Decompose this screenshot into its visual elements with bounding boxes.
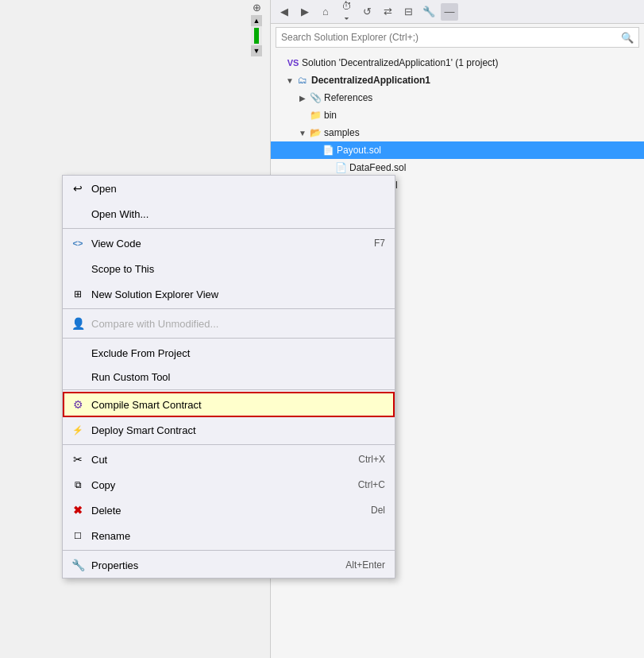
- forward-button[interactable]: ▶: [296, 3, 314, 21]
- payout-sol-label: Payout.sol: [337, 145, 381, 156]
- compile-icon: ⚙: [69, 396, 87, 413]
- separator-5: [63, 444, 395, 445]
- menu-item-compile-smart-contract[interactable]: ⚙ Compile Smart Contract: [63, 392, 395, 417]
- view-code-icon: <>: [69, 234, 87, 252]
- properties-shortcut: Alt+Enter: [345, 559, 385, 571]
- scroll-down-arrow[interactable]: ▼: [251, 45, 262, 56]
- run-custom-icon: [69, 368, 87, 385]
- minus-button[interactable]: —: [441, 3, 458, 21]
- open-label: Open: [91, 183, 385, 195]
- separator-2: [63, 308, 395, 309]
- tree-item-references[interactable]: 📎 References: [271, 89, 644, 106]
- separator-1: [63, 228, 395, 229]
- tree-item-bin[interactable]: 📁 bin: [271, 106, 644, 124]
- scroll-thumb: [254, 28, 259, 44]
- menu-item-exclude[interactable]: Exclude From Project: [63, 340, 395, 366]
- se-search-bar[interactable]: 🔍: [276, 27, 639, 48]
- menu-item-cut[interactable]: ✂ Cut Ctrl+X: [63, 447, 395, 472]
- separator-6: [63, 550, 395, 551]
- scroll-up-arrow[interactable]: ▲: [251, 15, 262, 26]
- sync-button[interactable]: ⇄: [379, 3, 396, 21]
- tree-item-samples[interactable]: 📂 samples: [271, 124, 644, 141]
- expand-arrow-samples: [296, 126, 309, 139]
- tree-item-solution[interactable]: VS Solution 'DecentralizedApplication1' …: [271, 54, 644, 72]
- open-with-label: Open With...: [91, 208, 385, 220]
- rename-label: Rename: [91, 530, 385, 542]
- refresh-button[interactable]: ↺: [358, 3, 376, 21]
- cut-shortcut: Ctrl+X: [358, 454, 385, 465]
- new-se-view-label: New Solution Explorer View: [91, 288, 385, 300]
- scope-icon: [69, 260, 87, 277]
- properties-label: Properties: [91, 559, 330, 571]
- deploy-icon: ⚡: [69, 421, 87, 439]
- copy-shortcut: Ctrl+C: [358, 479, 385, 490]
- tree-item-datafeed-sol[interactable]: 📄 DataFeed.sol: [271, 159, 644, 176]
- separator-4: [63, 389, 395, 390]
- expand-arrow-references: [296, 91, 309, 104]
- pin-icon[interactable]: ⊕: [249, 2, 264, 14]
- open-icon: ↩: [69, 180, 87, 197]
- view-code-label: View Code: [91, 238, 358, 250]
- delete-label: Delete: [91, 505, 355, 517]
- cut-label: Cut: [91, 454, 342, 466]
- home-button[interactable]: ⌂: [317, 3, 334, 21]
- menu-item-open-with[interactable]: Open With...: [63, 201, 395, 226]
- copy-icon: ⧉: [69, 476, 87, 494]
- menu-item-compare: 👤 Compare with Unmodified...: [63, 311, 395, 336]
- separator-3: [63, 338, 395, 339]
- back-button[interactable]: ◀: [276, 3, 293, 21]
- context-menu: ↩ Open Open With... <> View Code F7 Scop…: [62, 175, 395, 579]
- menu-item-deploy-smart-contract[interactable]: ⚡ Deploy Smart Contract: [63, 417, 395, 443]
- cut-icon: ✂: [69, 451, 87, 468]
- expand-arrow-project: [283, 74, 296, 87]
- se-toolbar: ◀ ▶ ⌂ ⏱ ▾ ↺ ⇄ ⊟ 🔧 —: [271, 0, 644, 24]
- samples-folder-icon: 📂: [309, 126, 322, 139]
- delete-icon: ✖: [69, 501, 87, 519]
- scope-to-this-label: Scope to This: [91, 263, 385, 275]
- collapse-button[interactable]: ⊟: [399, 3, 417, 21]
- scrollbar-v[interactable]: ▲ ▼: [251, 15, 262, 56]
- exclude-icon: [69, 344, 87, 362]
- rename-icon: ☐: [69, 527, 87, 544]
- menu-item-new-se-view[interactable]: ⊞ New Solution Explorer View: [63, 281, 395, 307]
- samples-label: samples: [324, 127, 360, 138]
- menu-item-properties[interactable]: 🔧 Properties Alt+Enter: [63, 552, 395, 578]
- menu-item-open[interactable]: ↩ Open: [63, 176, 395, 201]
- new-se-view-icon: ⊞: [69, 285, 87, 303]
- project-icon: 🗂: [296, 74, 309, 87]
- search-input[interactable]: [281, 32, 621, 43]
- menu-item-scope-to-this[interactable]: Scope to This: [63, 256, 395, 281]
- menu-item-rename[interactable]: ☐ Rename: [63, 523, 395, 548]
- references-label: References: [324, 92, 372, 103]
- references-icon: 📎: [309, 91, 322, 104]
- run-custom-label: Run Custom Tool: [91, 371, 385, 383]
- deploy-label: Deploy Smart Contract: [91, 424, 385, 436]
- datafeed-file-icon: 📄: [334, 161, 347, 174]
- tree-item-payout-sol[interactable]: 📄 Payout.sol: [271, 141, 644, 159]
- pin-area: ⊕ ▲ ▼: [243, 0, 270, 48]
- bin-label: bin: [324, 110, 337, 121]
- history-button[interactable]: ⏱ ▾: [337, 3, 355, 21]
- compile-label: Compile Smart Contract: [91, 399, 385, 411]
- properties-menu-icon: 🔧: [69, 556, 87, 574]
- menu-item-delete[interactable]: ✖ Delete Del: [63, 497, 395, 523]
- menu-item-view-code[interactable]: <> View Code F7: [63, 230, 395, 256]
- open-with-icon: [69, 205, 87, 223]
- vs-icon: VS: [287, 56, 299, 69]
- payout-file-icon: 📄: [322, 144, 334, 157]
- delete-shortcut: Del: [371, 505, 385, 516]
- view-code-shortcut: F7: [374, 238, 385, 249]
- exclude-label: Exclude From Project: [91, 347, 385, 359]
- properties-button[interactable]: 🔧: [420, 3, 438, 21]
- bin-folder-icon: 📁: [309, 109, 322, 122]
- tree-item-project[interactable]: 🗂 DecentralizedApplication1: [271, 72, 644, 89]
- project-label: DecentralizedApplication1: [311, 75, 430, 86]
- compare-label: Compare with Unmodified...: [91, 318, 385, 330]
- menu-item-run-custom-tool[interactable]: Run Custom Tool: [63, 366, 395, 388]
- copy-label: Copy: [91, 479, 342, 491]
- compare-icon: 👤: [69, 315, 87, 332]
- menu-item-copy[interactable]: ⧉ Copy Ctrl+C: [63, 472, 395, 497]
- solution-label: Solution 'DecentralizedApplication1' (1 …: [302, 57, 498, 68]
- search-icon: 🔍: [621, 32, 634, 44]
- datafeed-sol-label: DataFeed.sol: [349, 162, 406, 173]
